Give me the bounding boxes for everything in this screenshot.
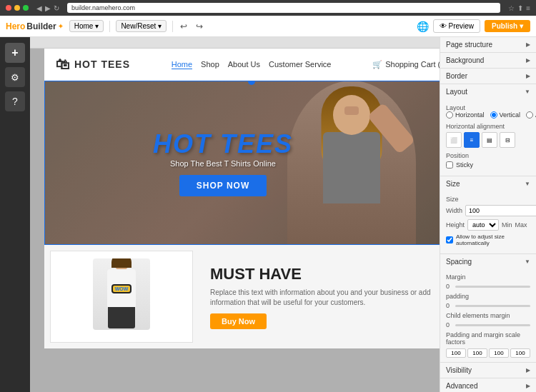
sticky-checkbox[interactable]	[446, 161, 453, 169]
menu-icon[interactable]: ≡	[526, 4, 530, 12]
size-content: Size Width % px Min Max Height au	[440, 191, 536, 253]
absolute-option[interactable]: Absolute	[526, 111, 536, 119]
bag-icon: 🛍	[56, 56, 70, 73]
child-margin-value: 0	[446, 321, 453, 328]
horizontal-radio[interactable]	[446, 111, 453, 119]
nav-home[interactable]: Home	[172, 60, 192, 69]
background-header[interactable]: Background ▶	[440, 53, 536, 68]
spacing-header[interactable]: Spacing ▼	[440, 254, 536, 269]
auto-size-checkbox[interactable]	[446, 236, 453, 243]
align-left-button[interactable]: ⬜	[446, 132, 462, 148]
settings-button[interactable]: ⚙	[5, 67, 25, 87]
align-stretch-icon: ⊟	[505, 137, 510, 144]
layout-options: Layout Horizontal Vertical Absolute	[446, 104, 530, 119]
alignment-label: Horizontal alignment	[446, 123, 530, 130]
height-row: Height auto px Min Max	[446, 219, 530, 231]
nav-customer[interactable]: Customer Service	[269, 60, 331, 69]
padding-value: 0	[446, 302, 453, 309]
size-label: Size	[446, 180, 460, 188]
child-margin-group: Child elements margin 0	[446, 312, 530, 328]
width-input[interactable]	[465, 205, 536, 216]
background-section: Background ▶	[440, 53, 536, 69]
bottom-section: WOW MUST HAVE Replace this text with inf…	[44, 245, 440, 348]
back-icon[interactable]: ◀	[36, 4, 42, 12]
nav-about[interactable]: About Us	[228, 60, 260, 69]
scale-input-1[interactable]	[446, 348, 466, 358]
horizontal-option[interactable]: Horizontal	[446, 111, 485, 119]
size-section: Size ▼ Size Width % px Min Max	[440, 176, 536, 254]
flag-icon[interactable]: 🌐	[417, 21, 429, 32]
position-section: Position Sticky	[446, 152, 530, 169]
align-stretch-button[interactable]: ⊟	[500, 132, 515, 148]
size-header[interactable]: Size ▼	[440, 176, 536, 191]
align-right-button[interactable]: ▤	[482, 132, 497, 148]
alignment-section: Horizontal alignment ⬜ ≡ ▤ ⊟	[446, 123, 530, 148]
vertical-option[interactable]: Vertical	[490, 111, 521, 119]
new-reset-dropdown[interactable]: New/Reset ▾	[116, 20, 167, 32]
vertical-radio[interactable]	[490, 111, 497, 119]
padding-label: padding	[446, 293, 530, 300]
app-logo: Hero Builder ✦	[6, 21, 64, 31]
hero-section: HOT TEES Shop The Best T Shirts Online S…	[44, 81, 440, 245]
position-label: Position	[446, 152, 530, 159]
must-have-description: Replace this text with information about…	[210, 288, 440, 308]
maximize-dot[interactable]	[23, 5, 29, 11]
url-bar[interactable]: builder.namehero.com	[67, 3, 500, 13]
page-structure-section: Page structure ▶	[440, 37, 536, 53]
home-dropdown[interactable]: Home ▾	[69, 20, 104, 32]
plus-icon: +	[11, 46, 18, 59]
scale-label: Padding and margin scale factors	[446, 331, 530, 346]
add-element-button[interactable]: +	[5, 43, 25, 63]
star-icon[interactable]: ☆	[508, 4, 515, 12]
child-margin-slider[interactable]	[455, 324, 530, 326]
height-min-label: Min	[502, 221, 512, 228]
width-label: Width	[446, 207, 462, 214]
forward-icon[interactable]: ▶	[45, 4, 51, 12]
absolute-radio[interactable]	[526, 111, 533, 119]
margin-value: 0	[446, 283, 453, 290]
layout-header[interactable]: Layout ▼	[440, 84, 536, 99]
close-dot[interactable]	[6, 5, 11, 11]
publish-button[interactable]: Publish ▾	[485, 20, 530, 32]
must-have-title: MUST HAVE	[210, 265, 440, 283]
redo-icon[interactable]: ↪	[194, 20, 204, 33]
reload-icon[interactable]: ↻	[54, 4, 59, 12]
scale-input-2[interactable]	[467, 348, 487, 358]
share-icon[interactable]: ⬆	[517, 4, 523, 12]
minimize-dot[interactable]	[14, 5, 20, 11]
advanced-header[interactable]: Advanced ▶	[440, 378, 536, 392]
toolbar-right: 🌐 👁 Preview Publish ▾	[417, 19, 530, 33]
align-center-icon: ≡	[470, 137, 474, 144]
canvas-ruler	[30, 37, 440, 49]
buy-now-button[interactable]: Buy Now	[210, 313, 267, 329]
padding-slider[interactable]	[455, 305, 530, 307]
sticky-option: Sticky	[446, 161, 530, 169]
visibility-header[interactable]: Visibility ▶	[440, 363, 536, 378]
undo-icon[interactable]: ↩	[179, 20, 189, 33]
advanced-section: Advanced ▶	[440, 378, 536, 392]
site-header: 🛍 HOT TEES Home Shop About Us Customer S…	[44, 49, 440, 81]
page-structure-label: Page structure	[446, 41, 492, 49]
margin-row: 0	[446, 283, 530, 290]
margin-slider[interactable]	[455, 286, 530, 288]
scale-factors-group: Padding and margin scale factors	[446, 331, 530, 358]
align-center-button[interactable]: ≡	[464, 132, 480, 148]
scale-input-4[interactable]	[510, 348, 530, 358]
scale-input-3[interactable]	[489, 348, 509, 358]
chevron-down-icon: ▾	[95, 22, 99, 30]
help-button[interactable]: ?	[5, 91, 25, 111]
nav-shop[interactable]: Shop	[201, 60, 219, 69]
height-select[interactable]: auto px	[467, 219, 499, 231]
browser-dots	[6, 5, 29, 11]
size-section-label: Size	[446, 196, 530, 203]
advanced-label: Advanced	[446, 382, 477, 390]
border-label: Border	[446, 72, 467, 80]
chevron-down-icon-size: ▼	[525, 181, 530, 187]
toolbar-separator-2	[172, 21, 173, 32]
preview-button[interactable]: 👁 Preview	[433, 19, 481, 33]
background-label: Background	[446, 56, 484, 64]
border-header[interactable]: Border ▶	[440, 69, 536, 84]
page-structure-header[interactable]: Page structure ▶	[440, 37, 536, 52]
shop-now-button[interactable]: SHOP NOW	[179, 175, 267, 196]
site-cart[interactable]: 🛒 Shopping Cart (0)	[372, 60, 440, 69]
